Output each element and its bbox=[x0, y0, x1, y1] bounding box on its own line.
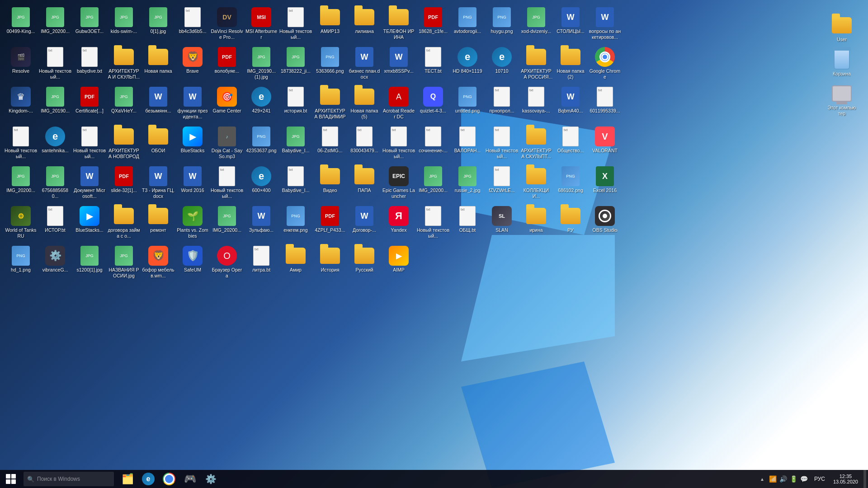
desktop-icon-i40[interactable]: JPGQXaVHeY... bbox=[107, 85, 141, 125]
desktop-icon-i78[interactable]: WWord 2016 bbox=[175, 164, 210, 204]
desktop-icon-i42[interactable]: Wфункции президента... bbox=[175, 85, 210, 125]
desktop-icon-i54[interactable]: txt6011995339... bbox=[588, 85, 622, 125]
desktop-icon-i16[interactable]: JPGxod-dvizeniy... bbox=[519, 5, 553, 45]
start-button[interactable] bbox=[0, 470, 22, 488]
desktop-icon-i71[interactable]: txtОбщество... bbox=[553, 125, 588, 164]
battery-icon[interactable]: 🔋 bbox=[790, 475, 797, 483]
desktop-icon-i18[interactable]: Wвопросы по анкетировов... bbox=[588, 5, 622, 45]
desktop-icon-i46[interactable]: АРХИТЕКТУРА ВЛАДИМИР bbox=[313, 85, 347, 125]
desktop-icon-i91[interactable]: ⚙World of Tanks RU bbox=[4, 204, 38, 244]
desktop-icon-i111[interactable]: JPGs1200[1].jpg bbox=[72, 244, 107, 284]
desktop-icon-i2[interactable]: JPGIMG_20200... bbox=[38, 5, 72, 45]
desktop-icon-i93[interactable]: ▶BlueStacks... bbox=[72, 204, 107, 244]
desktop-icon-i4[interactable]: JPGkids-swim-... bbox=[107, 5, 141, 45]
desktop-icon-i11[interactable]: лилиана bbox=[347, 5, 382, 45]
desktop-icon-i95[interactable]: ремонт bbox=[141, 204, 175, 244]
desktop-icon-i96[interactable]: 🌱Plants vs. Zombies bbox=[175, 204, 210, 244]
desktop-icon-i117[interactable]: Амир bbox=[278, 244, 313, 284]
desktop-icon-i33[interactable]: e10710 bbox=[485, 45, 519, 85]
desktop-icon-i66[interactable]: txtНовый текстовый... bbox=[382, 125, 416, 164]
desktop-icon-i106[interactable]: ирина bbox=[519, 204, 553, 244]
desktop-icon-i85[interactable]: JPGIMG_20200... bbox=[416, 164, 450, 204]
desktop-icon-i105[interactable]: SLSLAN bbox=[485, 204, 519, 244]
taskbar-steam[interactable]: 🎮 bbox=[180, 470, 200, 488]
desktop-icon-i120[interactable]: ▶AIMP bbox=[382, 244, 416, 284]
desktop-icon-i7[interactable]: DVDaVinci Resolve Pro... bbox=[210, 5, 244, 45]
taskbar-file-explorer[interactable]: 🗂️ bbox=[118, 470, 137, 488]
desktop-icon-i57[interactable]: txtНовый текстовый... bbox=[72, 125, 107, 164]
desktop-icon-i59[interactable]: ОБОИ bbox=[141, 125, 175, 164]
volume-icon[interactable]: 🔊 bbox=[779, 475, 787, 483]
desktop-icon-i99[interactable]: PNGенкгем.png bbox=[278, 204, 313, 244]
desktop-icon-i30[interactable]: Wxmxb8SSPv... bbox=[382, 45, 416, 85]
desktop-icon-i9[interactable]: txtНовый текстовый... bbox=[278, 5, 313, 45]
desktop-icon-i109[interactable]: PNGhd_1.png bbox=[4, 244, 38, 284]
taskbar-settings[interactable]: ⚙️ bbox=[201, 470, 221, 488]
desktop-icon-i94[interactable]: договора займа с о... bbox=[107, 204, 141, 244]
desktop-icon-i103[interactable]: txtНовый текстовый... bbox=[416, 204, 450, 244]
desktop-icon-i12[interactable]: ТЕЛЕФОН ИРИНА bbox=[382, 5, 416, 45]
desktop-icon-i20[interactable]: txtНовый текстовый... bbox=[38, 45, 72, 85]
desktop-icon-i50[interactable]: PNGuntitled.png bbox=[450, 85, 485, 125]
desktop-icon-i74[interactable]: JPG67568856580... bbox=[38, 164, 72, 204]
desktop-icon-i49[interactable]: Qquizlet-4-3... bbox=[416, 85, 450, 125]
desktop-icon-i72[interactable]: VVALORANT bbox=[588, 125, 622, 164]
desktop-icon-i82[interactable]: Видео bbox=[313, 164, 347, 204]
desktop-icon-i81[interactable]: txtBabydive_I... bbox=[278, 164, 313, 204]
desktop-icon-i114[interactable]: 🛡️SafeUM bbox=[175, 244, 210, 284]
desktop-icon-i108[interactable]: OBS Studio bbox=[588, 204, 622, 244]
desktop-icon-i60[interactable]: ▶BlueStacks bbox=[175, 125, 210, 164]
desktop-icon-i8[interactable]: MSIMSI Afterburner bbox=[244, 5, 278, 45]
desktop-icon-i13[interactable]: PDF18628_c1fe... bbox=[416, 5, 450, 45]
desktop-icon-i58[interactable]: АРХИТЕКТУРА НОВГОРОД bbox=[107, 125, 141, 164]
desktop-icon-i67[interactable]: txtсочинение-... bbox=[416, 125, 450, 164]
desktop-icon-i119[interactable]: Русский bbox=[347, 244, 382, 284]
desktop-icon-i73[interactable]: JPGIMG_20200... bbox=[4, 164, 38, 204]
desktop-icon-i118[interactable]: История bbox=[313, 244, 347, 284]
desktop-icon-i23[interactable]: Новая папка bbox=[141, 45, 175, 85]
desktop-icon-i110[interactable]: ⚙️vibranceG... bbox=[38, 244, 72, 284]
desktop-icon-i45[interactable]: txtистория.bt bbox=[278, 85, 313, 125]
action-center-icon[interactable]: 💬 bbox=[800, 475, 808, 483]
desktop-icon-i44[interactable]: e429×241 bbox=[244, 85, 278, 125]
desktop-icon-i5[interactable]: JPG0[1].jpg bbox=[141, 5, 175, 45]
desktop-icon-i55[interactable]: txtНовый текстовый... bbox=[4, 125, 38, 164]
desktop-icon-i102[interactable]: ЯYandex bbox=[382, 204, 416, 244]
desktop-icon-i51[interactable]: txtпрнопрол... bbox=[485, 85, 519, 125]
desktop-icon-i31[interactable]: txtТЕСТ.bt bbox=[416, 45, 450, 85]
desktop-icon-i26[interactable]: JPGIMG_20190...(1).jpg bbox=[244, 45, 278, 85]
desktop-icon-i116[interactable]: txtлитра.bt bbox=[244, 244, 278, 284]
desktop-icon-i68[interactable]: txtВАЛОРАН... bbox=[450, 125, 485, 164]
desktop-icon-i89[interactable]: PNG686102.png bbox=[553, 164, 588, 204]
taskbar-search[interactable]: 🔍 Поиск в Windows bbox=[24, 472, 114, 486]
desktop-icon-i101[interactable]: WДоговор-... bbox=[347, 204, 382, 244]
desktop-icon-i62[interactable]: PNG42353637.png bbox=[244, 125, 278, 164]
desktop-icon-i97[interactable]: JPGIMG_20200... bbox=[210, 204, 244, 244]
desktop-icon-i41[interactable]: Wбезымянн... bbox=[141, 85, 175, 125]
desktop-icon-i47[interactable]: Новая папка (5) bbox=[347, 85, 382, 125]
desktop-icon-i83[interactable]: ПАПА bbox=[347, 164, 382, 204]
my-computer-icon[interactable]: Этот компьютер bbox=[825, 82, 859, 118]
trash-icon[interactable]: Корзина bbox=[825, 48, 859, 79]
desktop-icon-i80[interactable]: e600×400 bbox=[244, 164, 278, 204]
desktop-icon-i15[interactable]: PNGhuygu.png bbox=[485, 5, 519, 45]
notification-expand-arrow[interactable]: ▲ bbox=[759, 477, 765, 482]
desktop-icon-i64[interactable]: txt06-ZstMG... bbox=[313, 125, 347, 164]
taskbar-edge[interactable]: e bbox=[138, 470, 158, 488]
desktop-icon-i63[interactable]: JPGBabydive_I... bbox=[278, 125, 313, 164]
desktop-icon-i19[interactable]: 🎬Resolve bbox=[4, 45, 38, 85]
desktop-icon-i38[interactable]: JPGIMG_20190... bbox=[38, 85, 72, 125]
desktop-icon-i90[interactable]: XExcel 2016 bbox=[588, 164, 622, 204]
desktop-icon-i52[interactable]: txtkassovaya-... bbox=[519, 85, 553, 125]
desktop-icon-i87[interactable]: txtfZVZWrLE... bbox=[485, 164, 519, 204]
desktop-icon-i56[interactable]: esantehnika... bbox=[38, 125, 72, 164]
desktop-icon-i48[interactable]: AAcrobat Reader DC bbox=[382, 85, 416, 125]
desktop-icon-i14[interactable]: PNGavtodorogii... bbox=[450, 5, 485, 45]
user-folder-icon[interactable]: User bbox=[825, 14, 859, 44]
desktop-icon-i92[interactable]: txtИСТОР.bt bbox=[38, 204, 72, 244]
desktop-icon-i115[interactable]: OБраузер Opera bbox=[210, 244, 244, 284]
desktop-icon-i37[interactable]: ♛Kingdom-... bbox=[4, 85, 38, 125]
desktop-icon-i88[interactable]: КОЛЛЕКЦИИ... bbox=[519, 164, 553, 204]
desktop-icon-i6[interactable]: txtbb4c3d6b5... bbox=[175, 5, 210, 45]
desktop-icon-i86[interactable]: JPGrussie_2.jpg bbox=[450, 164, 485, 204]
